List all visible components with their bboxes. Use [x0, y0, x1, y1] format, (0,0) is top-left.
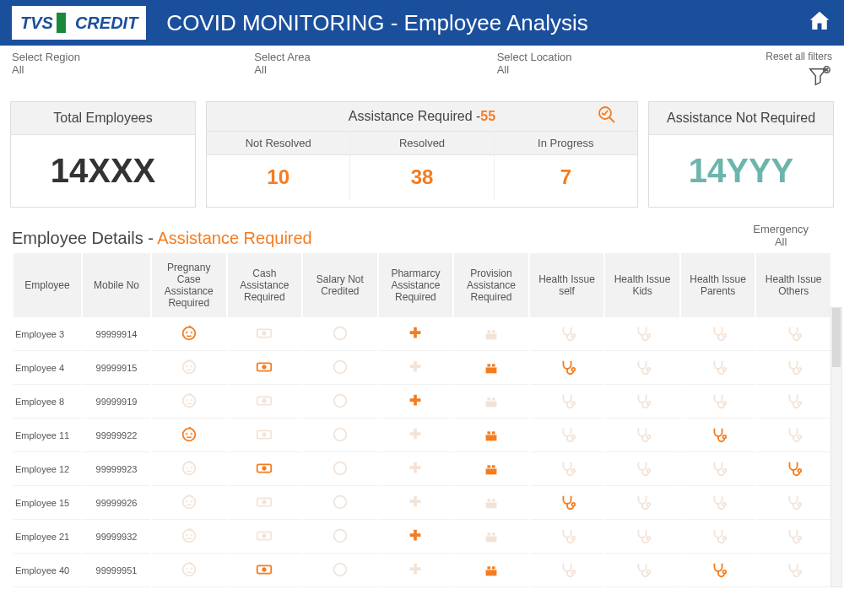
cash-icon [255, 368, 273, 378]
cell-health_parents [681, 554, 755, 587]
health_parents-icon [709, 368, 728, 378]
cell-health_self [530, 452, 604, 486]
cell-provision [454, 419, 528, 452]
details-title-prefix: Employee Details - [12, 229, 157, 247]
health_others-icon [784, 402, 803, 412]
filter-location[interactable]: Select Location All [497, 51, 739, 76]
cell-employee: Employee 11 [14, 419, 81, 452]
cell-health_others [756, 486, 830, 520]
salary-icon [331, 368, 349, 378]
pharmacy-icon [406, 334, 425, 344]
card-total-employees: Total Employees 14XXX [10, 101, 196, 208]
table-header-cell[interactable]: Pregnany Case Assistance Required [152, 253, 226, 317]
pregnancy-icon [180, 537, 198, 547]
cell-cash [228, 486, 302, 520]
pregnancy-icon [180, 334, 198, 344]
health_self-icon [558, 469, 576, 479]
table-header-cell[interactable]: Health Issue Kids [605, 253, 679, 317]
cell-pregnancy [152, 452, 226, 486]
table-row[interactable]: Employee 2199999932 [14, 520, 830, 554]
table-row[interactable]: Employee 499999915 [14, 351, 830, 385]
table-row[interactable]: Employee 899999919 [14, 385, 830, 419]
cell-health_others [756, 419, 830, 452]
cell-employee: Employee 4 [14, 351, 81, 385]
health_kids-icon [633, 402, 652, 412]
health_parents-icon [709, 469, 728, 479]
cell-provision [454, 317, 528, 351]
cash-icon [255, 503, 273, 513]
table-header-cell[interactable]: Mobile No [83, 253, 150, 317]
cell-mobile: 99999919 [83, 385, 150, 419]
cell-health_kids [605, 419, 679, 452]
health_parents-icon [709, 503, 728, 513]
cell-pregnancy [152, 554, 226, 587]
cell-employee: Employee 40 [14, 554, 81, 587]
salary-icon [331, 334, 349, 344]
cell-health_kids [605, 351, 679, 385]
assist-col-resolved-label: Resolved [350, 132, 493, 155]
assist-col-not-resolved-label: Not Resolved [207, 132, 349, 155]
table-header-cell[interactable]: Health Issue self [530, 253, 604, 317]
assist-col-not-resolved: Not Resolved 10 [207, 132, 350, 199]
pregnancy-icon [180, 469, 198, 479]
filter-area[interactable]: Select Area All [254, 51, 496, 76]
logo-text-1: TVS [20, 14, 53, 33]
salary-icon [331, 435, 349, 446]
pharmacy-icon [406, 503, 425, 513]
cell-employee: Employee 21 [14, 520, 81, 554]
pregnancy-icon [180, 435, 198, 446]
cell-health_self [530, 520, 604, 554]
table-header-cell[interactable]: Health Issue Parents [681, 253, 755, 317]
table-header-cell[interactable]: Employee [14, 253, 81, 317]
health_self-icon [558, 435, 576, 446]
cell-provision [454, 452, 528, 486]
health_others-icon [784, 435, 803, 446]
cell-mobile: 99999926 [83, 486, 150, 520]
cell-salary [303, 419, 377, 452]
employee-table-head: EmployeeMobile NoPregnany Case Assistanc… [14, 253, 830, 317]
table-header-cell[interactable]: Health Issue Others [756, 253, 830, 317]
filter-location-label: Select Location [497, 51, 739, 63]
pharmacy-icon [406, 435, 425, 446]
health_others-icon [784, 570, 803, 581]
assist-col-in-progress-label: In Progress [495, 132, 637, 155]
provision-icon [482, 368, 500, 378]
cell-pharmacy [379, 520, 453, 554]
cell-cash [228, 419, 302, 452]
pregnancy-icon [180, 402, 198, 412]
cell-pharmacy [379, 419, 453, 452]
table-row[interactable]: Employee 4099999951 [14, 554, 830, 587]
table-row[interactable]: Employee 1599999926 [14, 486, 830, 520]
cell-salary [303, 520, 377, 554]
table-header-cell[interactable]: Salary Not Credited [303, 253, 377, 317]
cell-salary [303, 452, 377, 486]
table-row[interactable]: Employee 1299999923 [14, 452, 830, 486]
cell-health_self [530, 351, 604, 385]
cell-health_others [756, 385, 830, 419]
details-header: Employee Details - Assistance Required E… [0, 208, 844, 253]
home-button[interactable] [807, 8, 832, 37]
filter-emergency[interactable]: Emergency All [753, 223, 832, 248]
filter-emergency-value: All [753, 235, 809, 248]
cell-pharmacy [379, 452, 453, 486]
table-header-cell[interactable]: Pharmarcy Assistance Required [379, 253, 453, 317]
table-header-cell[interactable]: Provision Assistance Required [454, 253, 528, 317]
health_kids-icon [633, 537, 652, 547]
table-row[interactable]: Employee 1199999922 [14, 419, 830, 452]
scroll-thumb[interactable] [832, 308, 841, 367]
cell-cash [228, 385, 302, 419]
card-total-value: 14XXX [11, 135, 195, 207]
cell-health_parents [681, 520, 755, 554]
cell-health_parents [681, 385, 755, 419]
reset-filters[interactable]: Reset all filters [739, 51, 832, 93]
card-assist-breakdown: Not Resolved 10 Resolved 38 In Progress … [207, 132, 637, 199]
table-header-cell[interactable]: Cash Assistance Required [228, 253, 302, 317]
cell-health_kids [605, 452, 679, 486]
filter-region[interactable]: Select Region All [12, 51, 254, 76]
table-row[interactable]: Employee 399999914 [14, 317, 830, 351]
table-scrollbar[interactable] [830, 307, 842, 587]
assist-col-not-resolved-value: 10 [207, 155, 349, 199]
health_self-icon [558, 402, 576, 412]
health_kids-icon [633, 503, 652, 513]
card-assist-title: Assistance Required - [349, 109, 481, 124]
